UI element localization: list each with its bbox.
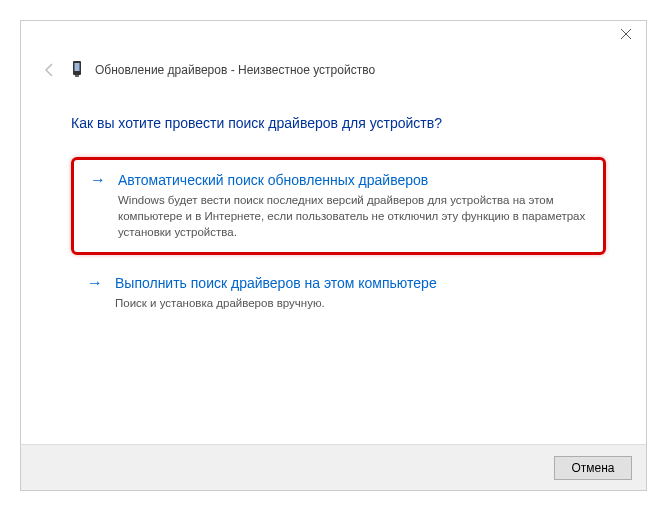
dialog-header: Обновление драйверов - Неизвестное устро… [21, 55, 646, 91]
dialog-title: Обновление драйверов - Неизвестное устро… [95, 63, 375, 77]
device-icon [71, 60, 85, 80]
driver-update-dialog: Обновление драйверов - Неизвестное устро… [20, 20, 647, 491]
close-icon [621, 29, 631, 39]
dialog-content: Как вы хотите провести поиск драйверов д… [21, 91, 646, 444]
back-arrow-icon [42, 62, 58, 78]
svg-rect-3 [75, 63, 80, 71]
titlebar [21, 21, 646, 55]
option-browse-computer[interactable]: → Выполнить поиск драйверов на этом комп… [71, 263, 606, 323]
option-description: Поиск и установка драйверов вручную. [115, 295, 590, 311]
option-auto-search[interactable]: → Автоматический поиск обновленных драйв… [71, 157, 606, 255]
option-title: Выполнить поиск драйверов на этом компью… [115, 273, 590, 293]
svg-rect-4 [75, 75, 79, 77]
option-title: Автоматический поиск обновленных драйвер… [118, 170, 587, 190]
back-button[interactable] [39, 59, 61, 81]
option-description: Windows будет вести поиск последних верс… [118, 192, 587, 240]
question-heading: Как вы хотите провести поиск драйверов д… [71, 115, 606, 131]
arrow-right-icon: → [90, 170, 106, 190]
cancel-button[interactable]: Отмена [554, 456, 632, 480]
dialog-footer: Отмена [21, 444, 646, 490]
close-button[interactable] [606, 21, 646, 47]
arrow-right-icon: → [87, 273, 103, 293]
